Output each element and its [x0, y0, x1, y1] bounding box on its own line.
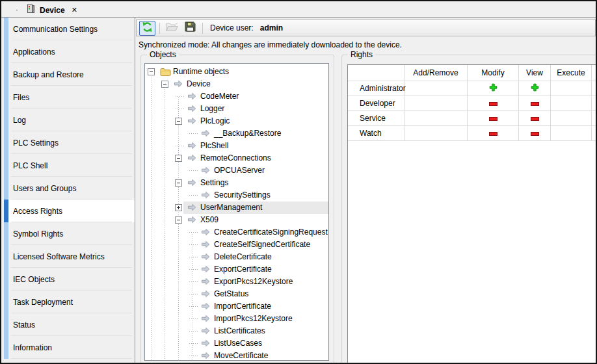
- collapse-minus-icon[interactable]: [175, 118, 182, 125]
- tree-node-label[interactable]: ListCertificates: [214, 325, 265, 337]
- tree-node-securitysettings[interactable]: SecuritySettings: [145, 189, 328, 202]
- tree-node-label[interactable]: CodeMeter: [200, 90, 239, 103]
- tree-node-deletecertificate[interactable]: DeleteCertificate: [145, 251, 328, 263]
- tree-node-label[interactable]: ListUseCases: [214, 337, 262, 350]
- collapse-minus-icon[interactable]: [175, 155, 182, 162]
- tree-node-movecertificate[interactable]: MoveCertificate: [145, 350, 328, 361]
- tree-node-label[interactable]: PlcShell: [200, 140, 228, 152]
- sidebar-item-label: IEC Objects: [13, 275, 55, 284]
- perm-cell-developer-modify[interactable]: [468, 96, 519, 111]
- tree-node-label[interactable]: CreateSelfSignedCertificate: [214, 239, 310, 251]
- sidebar-item-licensed-software-metrics[interactable]: Licensed Software Metrics: [4, 245, 135, 268]
- perm-cell-watch-modify[interactable]: [468, 126, 519, 141]
- tree-node-label[interactable]: MoveCertificate: [214, 350, 268, 361]
- perm-cell-service-execute[interactable]: [551, 111, 592, 126]
- tree-node-label[interactable]: DeleteCertificate: [214, 251, 272, 263]
- perm-cell-administrator-view[interactable]: [519, 81, 551, 96]
- sidebar-item-communication-settings[interactable]: Communication Settings: [4, 18, 135, 40]
- tree-node-device[interactable]: Device: [145, 78, 328, 90]
- export-users-button[interactable]: [182, 21, 198, 36]
- sidebar-item-log[interactable]: Log: [4, 109, 135, 131]
- sidebar-item-plc-shell[interactable]: PLC Shell: [4, 154, 135, 177]
- collapse-minus-icon[interactable]: [175, 216, 182, 224]
- refresh-sync-button[interactable]: [139, 21, 155, 36]
- tree-node-getstatus[interactable]: GetStatus: [145, 288, 328, 300]
- tree-node-listusecases[interactable]: ListUseCases: [145, 337, 328, 350]
- selection-accent-bar: [4, 200, 8, 222]
- tree-node-label[interactable]: ExportPkcs12Keystore: [214, 276, 293, 288]
- tree-node-backup-restore[interactable]: __Backup&Restore: [145, 127, 328, 140]
- import-users-button[interactable]: [164, 21, 180, 36]
- objects-tree-panel[interactable]: Runtime objectsDeviceCodeMeterLoggerPlcL…: [144, 63, 329, 361]
- arrow-icon: [187, 216, 196, 224]
- perm-cell-administrator-execute[interactable]: [551, 81, 592, 96]
- tree-node-usermanagement[interactable]: UserManagement: [145, 202, 328, 214]
- tab-device[interactable]: Device ✕: [17, 3, 84, 18]
- tree-node-opcuaserver[interactable]: OPCUAServer: [145, 164, 328, 177]
- tree-node-remoteconnections[interactable]: RemoteConnections: [145, 152, 328, 164]
- tree-node-exportpkcs12keystore[interactable]: ExportPkcs12Keystore: [145, 276, 328, 288]
- sidebar-item-task-deployment[interactable]: Task Deployment: [4, 291, 135, 313]
- perm-cell-developer-add-remove[interactable]: [405, 96, 468, 111]
- sidebar-item-status[interactable]: Status: [4, 313, 135, 336]
- tree-connector-line: [189, 133, 198, 134]
- tree-node-settings[interactable]: Settings: [145, 177, 328, 189]
- tree-node-label[interactable]: GetStatus: [214, 288, 248, 300]
- collapse-minus-icon[interactable]: [175, 179, 182, 187]
- perm-cell-service-view[interactable]: [519, 111, 551, 126]
- perm-cell-developer-view[interactable]: [519, 96, 551, 111]
- perm-cell-administrator-add-remove[interactable]: [405, 81, 468, 96]
- collapse-minus-icon[interactable]: [161, 81, 168, 88]
- perm-cell-service-add-remove[interactable]: [405, 111, 468, 126]
- sidebar-item-iec-objects[interactable]: IEC Objects: [4, 268, 135, 291]
- tree-node-label[interactable]: OPCUAServer: [214, 164, 265, 177]
- sidebar-item-backup-and-restore[interactable]: Backup and Restore: [4, 63, 135, 86]
- sidebar-item-users-and-groups[interactable]: Users and Groups: [4, 177, 135, 200]
- tree-node-label[interactable]: CreateCertificateSigningRequest: [214, 226, 328, 239]
- tree-node-label[interactable]: UserManagement: [200, 202, 262, 214]
- sidebar-item-information[interactable]: Information: [4, 336, 135, 359]
- tree-node-label[interactable]: X509: [200, 214, 219, 226]
- tree-node-label[interactable]: __Backup&Restore: [214, 127, 281, 140]
- toolbar-separator: [159, 23, 160, 34]
- tree-node-importpkcs12keystore[interactable]: ImportPkcs12Keystore: [145, 313, 328, 325]
- tree-node-importcertificate[interactable]: ImportCertificate: [145, 300, 328, 313]
- tree-node-listcertificates[interactable]: ListCertificates: [145, 325, 328, 337]
- tree-node-label[interactable]: SecuritySettings: [214, 189, 271, 202]
- sidebar-item-symbol-rights[interactable]: Symbol Rights: [4, 222, 135, 245]
- tree-node-label[interactable]: Device: [187, 78, 211, 90]
- tree-node-createcertificatesigningrequest[interactable]: CreateCertificateSigningRequest: [145, 226, 328, 239]
- tree-node-label[interactable]: RemoteConnections: [200, 152, 271, 164]
- collapse-minus-icon[interactable]: [148, 68, 155, 75]
- perm-cell-watch-execute[interactable]: [551, 126, 592, 141]
- tree-node-exportcertificate[interactable]: ExportCertificate: [145, 263, 328, 276]
- tree-node-label[interactable]: Settings: [200, 177, 228, 189]
- tree-node-label[interactable]: PlcLogic: [200, 115, 230, 127]
- tree-node-plclogic[interactable]: PlcLogic: [145, 115, 328, 127]
- sidebar-item-applications[interactable]: Applications: [4, 40, 135, 63]
- perm-cell-watch-add-remove[interactable]: [405, 126, 468, 141]
- tree-node-label[interactable]: Logger: [200, 103, 224, 115]
- tree-node-label[interactable]: ImportCertificate: [214, 300, 271, 313]
- sidebar-item-plc-settings[interactable]: PLC Settings: [4, 131, 135, 154]
- tree-node-codemeter[interactable]: CodeMeter: [145, 90, 328, 103]
- close-icon[interactable]: ✕: [72, 6, 77, 14]
- tree-node-label[interactable]: Runtime objects: [173, 66, 229, 78]
- sync-mode-status-text: Synchronized mode: All changes are immed…: [139, 40, 402, 49]
- tree-node-label[interactable]: ImportPkcs12Keystore: [214, 313, 293, 325]
- tree-node-label[interactable]: ExportCertificate: [214, 263, 272, 276]
- sidebar-item-label: Files: [13, 93, 29, 102]
- tree-node-plcshell[interactable]: PlcShell: [145, 140, 328, 152]
- sidebar-item-files[interactable]: Files: [4, 86, 135, 109]
- tree-node-x509[interactable]: X509: [145, 214, 328, 226]
- sidebar-item-access-rights[interactable]: Access Rights: [4, 200, 135, 222]
- perm-cell-developer-execute[interactable]: [551, 96, 592, 111]
- expand-plus-icon[interactable]: [175, 204, 182, 211]
- perm-cell-administrator-modify[interactable]: [468, 81, 519, 96]
- perm-cell-service-modify[interactable]: [468, 111, 519, 126]
- perm-cell-watch-view[interactable]: [519, 126, 551, 141]
- tree-node-createselfsignedcertificate[interactable]: CreateSelfSignedCertificate: [145, 239, 328, 251]
- tree-node-runtime-objects[interactable]: Runtime objects: [145, 66, 328, 78]
- tree-node-logger[interactable]: Logger: [145, 103, 328, 115]
- tree-connector-line: [176, 96, 184, 97]
